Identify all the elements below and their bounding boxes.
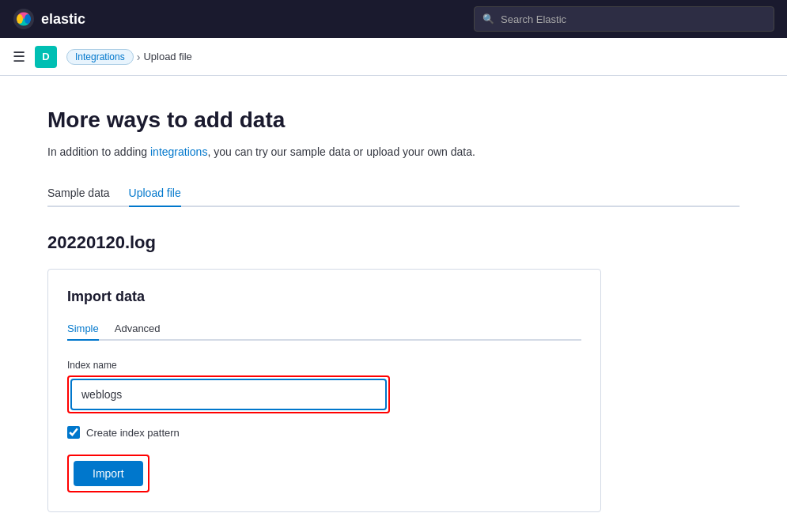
elastic-logo-text: elastic: [41, 11, 85, 28]
integrations-link[interactable]: integrations: [150, 145, 207, 158]
create-index-pattern-label: Create index pattern: [86, 427, 180, 439]
breadcrumb-current: Upload file: [143, 51, 191, 62]
main-content: More ways to add data In addition to add…: [0, 76, 787, 532]
index-name-input[interactable]: [70, 379, 387, 410]
description-prefix: In addition to adding: [47, 145, 150, 158]
tab-upload-file[interactable]: Upload file: [129, 180, 181, 207]
menu-button[interactable]: ☰: [13, 48, 25, 66]
hamburger-icon: ☰: [13, 48, 25, 66]
page-description: In addition to adding integrations, you …: [47, 145, 740, 158]
elastic-logo[interactable]: elastic: [13, 8, 85, 30]
import-button[interactable]: Import: [74, 461, 143, 486]
breadcrumb-separator: ›: [137, 51, 141, 63]
main-tabs: Sample data Upload file: [47, 180, 740, 207]
create-index-pattern-row: Create index pattern: [67, 426, 581, 439]
avatar[interactable]: D: [35, 46, 57, 68]
file-name: 20220120.log: [47, 232, 740, 253]
description-suffix: , you can try our sample data or upload …: [207, 145, 475, 158]
search-icon: 🔍: [482, 13, 494, 25]
inner-tab-advanced[interactable]: Advanced: [115, 318, 161, 341]
breadcrumb: Integrations › Upload file: [66, 49, 192, 65]
import-card: Import data Simple Advanced Index name C…: [47, 269, 601, 512]
svg-point-4: [25, 14, 31, 24]
index-name-input-wrapper: [67, 375, 390, 413]
breadcrumb-integrations[interactable]: Integrations: [66, 49, 134, 65]
avatar-letter: D: [42, 51, 49, 62]
import-button-wrapper: Import: [67, 455, 149, 492]
top-navigation: elastic 🔍 Search Elastic: [0, 0, 787, 38]
create-index-pattern-checkbox[interactable]: [67, 426, 80, 439]
secondary-navigation: ☰ D Integrations › Upload file: [0, 38, 787, 76]
import-card-title: Import data: [67, 289, 581, 305]
search-placeholder-text: Search Elastic: [501, 13, 566, 25]
page-title: More ways to add data: [47, 108, 740, 133]
inner-tabs: Simple Advanced: [67, 318, 581, 341]
svg-point-3: [17, 14, 23, 24]
tab-sample-data[interactable]: Sample data: [47, 180, 110, 207]
elastic-logo-icon: [13, 8, 35, 30]
search-bar[interactable]: 🔍 Search Elastic: [474, 6, 774, 32]
index-name-label: Index name: [67, 360, 581, 371]
inner-tab-simple[interactable]: Simple: [67, 318, 99, 341]
